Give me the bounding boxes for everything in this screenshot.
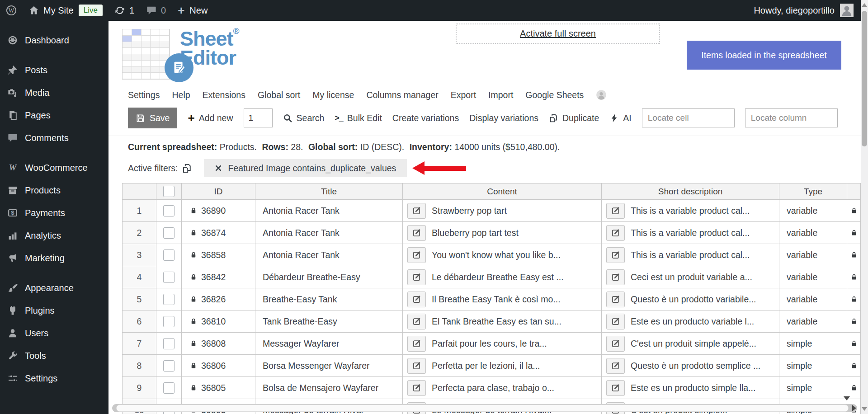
open-editor-button[interactable] [606, 269, 625, 285]
cell-type[interactable]: simple [779, 333, 847, 355]
sidebar-item-tools[interactable]: Tools [0, 344, 108, 367]
menu-item-export[interactable]: Export [451, 90, 476, 100]
open-editor-button[interactable] [407, 358, 426, 374]
cell-short-description[interactable]: Ceci est un produit variable a... [602, 266, 779, 288]
cell-row-number[interactable]: 8 [123, 355, 156, 377]
cell-title[interactable]: Borsa Messenger Wayfarer [255, 355, 403, 377]
cell-short-description[interactable]: Questo è un prodotto variabile... [602, 288, 779, 310]
cell-title[interactable]: Antonia Racer Tank [255, 222, 403, 244]
cell-title[interactable]: Antonia Racer Tank [255, 244, 403, 266]
cell-id[interactable]: 36808 [182, 333, 255, 355]
cell-short-description[interactable]: This is a variable product cal... [602, 222, 779, 244]
open-editor-button[interactable] [407, 247, 426, 263]
cell-title[interactable]: Breathe-Easy Tank [255, 288, 403, 310]
cell-content[interactable]: Perfetta per le lezioni, il la... [403, 355, 602, 377]
comments-menu[interactable]: 0 [140, 0, 172, 21]
bulk-edit-button[interactable]: >_ Bulk Edit [335, 113, 382, 123]
create-variations-button[interactable]: Create variations [392, 113, 459, 123]
sidebar-item-appearance[interactable]: Appearance [0, 277, 108, 299]
open-editor-button[interactable] [606, 292, 625, 307]
sidebar-item-settings[interactable]: Settings [0, 367, 108, 390]
open-editor-button[interactable] [606, 203, 625, 219]
filter-chip[interactable]: Featured Image contains_duplicate_values [204, 159, 407, 177]
locate-cell-input[interactable] [642, 108, 735, 127]
open-editor-button[interactable] [407, 269, 426, 285]
row-checkbox[interactable] [163, 360, 175, 372]
cell-content[interactable]: Blueberry pop tart test [403, 222, 602, 244]
cell-type[interactable]: simple [779, 377, 847, 399]
cell-type[interactable]: variable [779, 222, 847, 244]
cell-title[interactable]: Bolsa de Mensajero Wayfarer [255, 377, 403, 399]
cell-content[interactable]: El Tank Breathe Easy es tan su... [403, 310, 602, 333]
save-button[interactable]: Save [128, 108, 177, 128]
row-checkbox[interactable] [163, 294, 175, 305]
open-editor-button[interactable] [606, 225, 625, 241]
activate-fullscreen-button[interactable]: Activate full screen [456, 24, 660, 44]
display-variations-button[interactable]: Display variations [469, 113, 538, 123]
wp-logo-menu[interactable]: W [0, 0, 23, 21]
open-editor-button[interactable] [606, 336, 625, 352]
menu-item-global-sort[interactable]: Global sort [258, 90, 300, 100]
cell-short-description[interactable]: This is a variable product cal... [602, 244, 779, 266]
header-content[interactable]: Content [403, 183, 602, 200]
horizontal-scrollbar[interactable] [112, 404, 857, 412]
row-checkbox[interactable] [163, 227, 175, 239]
cell-row-number[interactable]: 5 [123, 288, 156, 310]
vertical-scrollbar[interactable] [861, 0, 868, 414]
cell-id[interactable]: 36826 [182, 288, 255, 310]
cell-short-description[interactable]: Este es un producto variable l... [602, 310, 779, 333]
sidebar-item-users[interactable]: Users [0, 322, 108, 344]
sidebar-item-analytics[interactable]: Analytics [0, 224, 108, 247]
menu-item-my-license[interactable]: My license [312, 90, 354, 100]
cell-content[interactable]: Strawberry pop tart [403, 200, 602, 222]
row-checkbox[interactable] [163, 338, 175, 349]
cell-id[interactable]: 36874 [182, 222, 255, 244]
cell-row-number[interactable]: 4 [123, 266, 156, 288]
open-editor-button[interactable] [407, 380, 426, 396]
cell-content[interactable]: Parfait pour les cours, le tra... [403, 333, 602, 355]
row-checkbox[interactable] [163, 205, 175, 216]
open-editor-button[interactable] [407, 203, 426, 219]
site-menu[interactable]: My Site Live [23, 0, 108, 21]
cell-type[interactable]: variable [779, 244, 847, 266]
cell-row-number[interactable]: 6 [123, 310, 156, 333]
sidebar-item-posts[interactable]: Posts [0, 59, 108, 81]
cell-title[interactable]: Messager Wayfarer [255, 333, 403, 355]
person-circle-icon[interactable] [596, 89, 607, 100]
locate-column-input[interactable] [745, 108, 838, 127]
cell-content[interactable]: Perfecta para clase, trabajo o... [403, 377, 602, 399]
cell-content[interactable]: Il Breathe Easy Tank è così mo... [403, 288, 602, 310]
open-editor-button[interactable] [407, 225, 426, 241]
cell-title[interactable]: Débardeur Breathe-Easy [255, 266, 403, 288]
menu-item-google-sheets[interactable]: Google Sheets [525, 90, 584, 100]
updates-menu[interactable]: 1 [108, 0, 140, 21]
row-checkbox[interactable] [163, 272, 175, 283]
sidebar-item-comments[interactable]: Comments [0, 127, 108, 149]
cell-short-description[interactable]: This is a variable product cal... [602, 200, 779, 222]
menu-item-help[interactable]: Help [172, 90, 190, 100]
cell-content[interactable]: Le débardeur Breathe Easy est ... [403, 266, 602, 288]
scroll-up-arrow-icon[interactable] [862, 3, 867, 7]
cell-id[interactable]: 36806 [182, 355, 255, 377]
row-checkbox[interactable] [163, 249, 175, 261]
open-editor-button[interactable] [606, 247, 625, 263]
open-editor-button[interactable] [606, 380, 625, 396]
sidebar-item-payments[interactable]: $Payments [0, 202, 108, 224]
cell-row-number[interactable]: 7 [123, 333, 156, 355]
cell-content[interactable]: You won't know what you like b... [403, 244, 602, 266]
cell-id[interactable]: 36842 [182, 266, 255, 288]
add-new-button[interactable]: + Add new [188, 112, 233, 124]
horizontal-scrollbar-thumb[interactable] [116, 405, 849, 412]
row-checkbox[interactable] [163, 382, 175, 394]
menu-item-settings[interactable]: Settings [128, 90, 160, 100]
sidebar-item-products[interactable]: Products [0, 179, 108, 202]
select-all-checkbox[interactable] [163, 186, 175, 197]
cell-type[interactable]: variable [779, 310, 847, 333]
cell-id[interactable]: 36810 [182, 310, 255, 333]
cell-title[interactable]: Tank Breathe-Easy [255, 310, 403, 333]
duplicate-button[interactable]: Duplicate [549, 113, 599, 123]
new-content-menu[interactable]: + New [172, 0, 213, 21]
cell-type[interactable]: simple [779, 355, 847, 377]
sidebar-item-pages[interactable]: Pages [0, 104, 108, 127]
vertical-scrollbar-thumb[interactable] [862, 11, 867, 146]
